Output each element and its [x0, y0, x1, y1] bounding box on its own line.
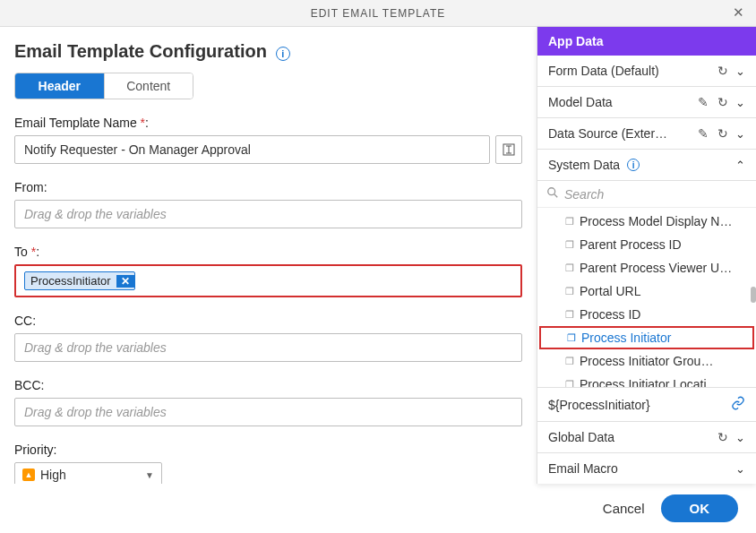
link-icon[interactable]: [731, 396, 745, 413]
scrollbar-thumb[interactable]: [751, 287, 756, 303]
refresh-icon[interactable]: ↻: [716, 95, 730, 109]
tree-item[interactable]: ❐Process Initiator Grou…: [537, 349, 756, 373]
cc-label: CC:: [14, 314, 522, 328]
copy-icon: ❐: [564, 239, 575, 250]
copy-icon: ❐: [564, 262, 575, 273]
ok-button[interactable]: OK: [661, 494, 739, 522]
tree-item[interactable]: ❐Process Model Display N…: [537, 210, 756, 233]
template-name-input[interactable]: [14, 135, 490, 164]
footer: Cancel OK: [0, 484, 756, 533]
to-label: To *:: [14, 245, 522, 259]
priority-high-icon: ▲: [22, 469, 35, 481]
panel-title: App Data: [537, 27, 756, 56]
to-dropzone[interactable]: ProcessInitiator ✕: [14, 264, 522, 297]
cc-dropzone[interactable]: Drag & drop the variables: [14, 333, 522, 362]
accordion-global-data[interactable]: Global Data ↻ ⌄: [537, 422, 756, 453]
info-icon[interactable]: i: [276, 47, 290, 61]
priority-select[interactable]: ▲ High ▼: [14, 462, 162, 484]
chevron-down-icon: ⌄: [735, 431, 745, 444]
to-chip-processinitiator: ProcessInitiator ✕: [24, 271, 135, 290]
expression-row: ${ProcessInitiator}: [537, 387, 756, 422]
info-icon[interactable]: i: [627, 159, 640, 171]
tab-header[interactable]: Header: [15, 73, 105, 99]
edit-icon[interactable]: ✎: [696, 126, 710, 141]
tabs: Header Content: [14, 73, 193, 99]
search-input[interactable]: [564, 187, 747, 202]
chevron-up-icon: ⌃: [735, 159, 745, 172]
expression-text: ${ProcessInitiator}: [548, 398, 650, 412]
copy-icon: ❐: [566, 332, 577, 343]
required-mark: *: [31, 245, 36, 259]
chip-label: ProcessInitiator: [25, 272, 116, 289]
copy-icon: ❐: [564, 216, 575, 227]
titlebar: EDIT EMAIL TEMPLATE ✕: [0, 0, 756, 27]
template-name-row: [14, 135, 522, 164]
dialog-title: EDIT EMAIL TEMPLATE: [311, 7, 446, 20]
copy-icon: ❐: [564, 379, 575, 387]
svg-point-4: [548, 188, 555, 195]
right-panel: App Data Form Data (Default) ↻ ⌄ Model D…: [537, 27, 756, 484]
copy-icon: ❐: [564, 286, 575, 297]
from-dropzone[interactable]: Drag & drop the variables: [14, 200, 522, 228]
priority-label: Priority:: [14, 443, 522, 457]
refresh-icon[interactable]: ↻: [716, 430, 730, 444]
tab-content[interactable]: Content: [105, 73, 193, 99]
close-icon[interactable]: ✕: [729, 4, 747, 21]
page-title: Email Template Configuration: [14, 41, 267, 62]
accordion-system-data[interactable]: System Data i ⌃: [537, 150, 756, 181]
system-data-search: [537, 181, 756, 208]
accordion-form-data[interactable]: Form Data (Default) ↻ ⌄: [537, 56, 756, 87]
main-content: Email Template Configuration i Header Co…: [0, 27, 756, 484]
system-data-tree: ❐Process Model Display N… ❐Parent Proces…: [537, 208, 756, 387]
tree-item[interactable]: ❐Process Initiator Locati…: [537, 373, 756, 387]
from-label: From:: [14, 180, 522, 194]
search-icon: [546, 186, 559, 202]
chevron-down-icon: ⌄: [735, 127, 745, 141]
chevron-down-icon: ▼: [145, 470, 154, 480]
tree-item[interactable]: ❐Parent Process ID: [537, 233, 756, 256]
chevron-down-icon: ⌄: [735, 64, 745, 78]
tree-item-process-initiator[interactable]: ❐Process Initiator: [539, 326, 754, 349]
left-pane: Email Template Configuration i Header Co…: [0, 27, 537, 484]
accordion-model-data[interactable]: Model Data ✎ ↻ ⌄: [537, 87, 756, 118]
variable-insert-button[interactable]: [495, 135, 522, 164]
template-name-label: Email Template Name *:: [14, 116, 522, 130]
bcc-dropzone[interactable]: Drag & drop the variables: [14, 398, 522, 426]
accordion-data-source[interactable]: Data Source (Exter… ✎ ↻ ⌄: [537, 118, 756, 150]
accordion-email-macro[interactable]: Email Macro ⌄: [537, 453, 756, 484]
svg-line-5: [554, 194, 558, 198]
copy-icon: ❐: [564, 309, 575, 320]
tree-item[interactable]: ❐Parent Process Viewer U…: [537, 256, 756, 279]
chevron-down-icon: ⌄: [735, 96, 745, 109]
edit-icon[interactable]: ✎: [696, 95, 710, 109]
required-mark: *: [141, 116, 145, 130]
refresh-icon[interactable]: ↻: [716, 64, 730, 78]
chevron-down-icon: ⌄: [735, 462, 745, 476]
config-header: Email Template Configuration i: [14, 41, 522, 62]
tree-item[interactable]: ❐Process ID: [537, 303, 756, 326]
priority-value: High: [40, 468, 66, 482]
refresh-icon[interactable]: ↻: [716, 126, 730, 141]
chip-remove-icon[interactable]: ✕: [116, 275, 134, 288]
bcc-label: BCC:: [14, 378, 522, 392]
copy-icon: ❐: [564, 356, 575, 366]
tree-item[interactable]: ❐Portal URL: [537, 279, 756, 303]
cancel-button[interactable]: Cancel: [603, 501, 645, 516]
